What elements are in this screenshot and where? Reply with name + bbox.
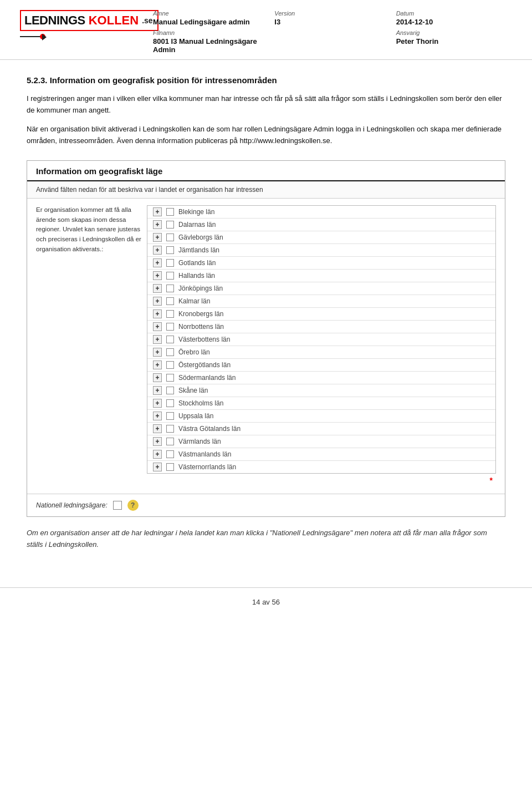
form-container: Information om geografiskt läge Använd f… xyxy=(27,160,505,517)
logo-text-kollen: KOLLEN xyxy=(89,13,139,28)
expand-button[interactable]: + xyxy=(153,399,162,408)
paragraph-1: I registreringen anger man i vilken elle… xyxy=(27,93,505,116)
form-subheader: Använd fälten nedan för att beskriva var… xyxy=(27,181,505,199)
logo-arrow xyxy=(20,33,48,40)
county-checkbox[interactable] xyxy=(166,450,174,458)
form-subheader-text: Använd fälten nedan för att beskriva var… xyxy=(36,186,263,194)
county-checkbox[interactable] xyxy=(166,425,174,433)
county-name: Södermanlands län xyxy=(178,374,236,382)
list-item: +Jönköpings län xyxy=(147,282,495,295)
help-icon[interactable]: ? xyxy=(127,500,139,511)
expand-button[interactable]: + xyxy=(153,412,162,420)
ansvarig-label: Ansvarig xyxy=(396,29,512,36)
list-item: +Gotlands län xyxy=(147,257,495,270)
datum-label: Datum xyxy=(396,10,512,17)
expand-button[interactable]: + xyxy=(153,309,162,318)
expand-button[interactable]: + xyxy=(153,284,162,293)
page-number: 14 av 56 xyxy=(252,598,280,606)
county-name: Norrbottens län xyxy=(178,323,224,331)
list-item: +Dalarnas län xyxy=(147,219,495,231)
list-item: +Kronobergs län xyxy=(147,308,495,321)
expand-button[interactable]: + xyxy=(153,373,162,382)
county-checkbox[interactable] xyxy=(166,310,174,318)
list-item: +Södermanlands län xyxy=(147,372,495,384)
expand-button[interactable]: + xyxy=(153,322,162,331)
expand-button[interactable]: + xyxy=(153,348,162,357)
list-item: +Jämtlands län xyxy=(147,244,495,257)
logo-arrowhead xyxy=(42,34,47,40)
expand-button[interactable]: + xyxy=(153,361,162,369)
expand-button[interactable]: + xyxy=(153,271,162,280)
expand-button[interactable]: + xyxy=(153,437,162,446)
expand-button[interactable]: + xyxy=(153,386,162,395)
county-name: Västra Götalands län xyxy=(178,425,241,433)
county-name: Kalmar län xyxy=(178,297,210,305)
county-checkbox[interactable] xyxy=(166,259,174,267)
county-checkbox[interactable] xyxy=(166,208,174,216)
form-left-description: Er organisation kommer att få alla ärend… xyxy=(36,205,147,487)
county-name: Gotlands län xyxy=(178,259,216,267)
logo-area: LEDNINGSKOLLEN.se xyxy=(20,10,142,40)
expand-button[interactable]: + xyxy=(153,233,162,242)
county-checkbox[interactable] xyxy=(166,246,174,254)
logo-box: LEDNINGSKOLLEN.se xyxy=(20,10,158,31)
county-name: Hallands län xyxy=(178,272,215,280)
section-number: 5.2.3. xyxy=(27,75,48,85)
list-item: +Västerbottens län xyxy=(147,333,495,346)
manual-title: Manual Ledingsägare admin xyxy=(153,18,269,26)
national-checkbox[interactable] xyxy=(113,501,122,510)
county-checkbox[interactable] xyxy=(166,285,174,292)
list-item: +Norrbottens län xyxy=(147,321,495,333)
county-name: Gävleborgs län xyxy=(178,234,223,241)
list-item: +Hallands län xyxy=(147,270,495,282)
version-value: I3 xyxy=(274,18,390,26)
form-body: Er organisation kommer att få alla ärend… xyxy=(27,199,505,494)
national-label: Nationell ledningsägare: xyxy=(36,501,108,509)
county-checkbox[interactable] xyxy=(166,412,174,420)
list-item: +Skåne län xyxy=(147,384,495,397)
expand-button[interactable]: + xyxy=(153,463,162,471)
county-checkbox[interactable] xyxy=(166,297,174,305)
expand-button[interactable]: + xyxy=(153,207,162,216)
county-checkbox[interactable] xyxy=(166,272,174,280)
county-name: Blekinge län xyxy=(178,208,214,216)
county-checkbox[interactable] xyxy=(166,323,174,331)
county-name: Östergötlands län xyxy=(178,361,231,369)
county-checkbox[interactable] xyxy=(166,348,174,356)
county-checkbox[interactable] xyxy=(166,399,174,407)
county-list: +Blekinge län+Dalarnas län+Gävleborgs lä… xyxy=(147,205,496,474)
county-checkbox[interactable] xyxy=(166,221,174,229)
county-checkbox[interactable] xyxy=(166,361,174,369)
county-name: Uppsala län xyxy=(178,412,213,420)
county-name: Västmanlands län xyxy=(178,450,231,458)
expand-button[interactable]: + xyxy=(153,246,162,255)
required-star: * xyxy=(147,474,496,487)
form-right: +Blekinge län+Dalarnas län+Gävleborgs lä… xyxy=(147,205,496,487)
expand-button[interactable]: + xyxy=(153,220,162,229)
form-header: Information om geografiskt läge xyxy=(27,161,505,181)
list-item: +Uppsala län xyxy=(147,410,495,423)
list-item: +Västernorrlands län xyxy=(147,461,495,473)
county-name: Skåne län xyxy=(178,387,208,394)
form-footer: Nationell ledningsägare: ? xyxy=(27,494,505,516)
main-content: 5.2.3. Information om geografisk positio… xyxy=(0,60,532,576)
expand-button[interactable]: + xyxy=(153,424,162,433)
county-name: Jönköpings län xyxy=(178,285,223,292)
section-heading: 5.2.3. Information om geografisk positio… xyxy=(27,75,505,85)
datum-value: 2014-12-10 xyxy=(396,18,512,26)
county-name: Västerbottens län xyxy=(178,336,230,343)
list-item: +Blekinge län xyxy=(147,206,495,219)
expand-button[interactable]: + xyxy=(153,450,162,459)
expand-button[interactable]: + xyxy=(153,297,162,306)
expand-button[interactable]: + xyxy=(153,258,162,267)
county-checkbox[interactable] xyxy=(166,438,174,445)
county-checkbox[interactable] xyxy=(166,463,174,471)
county-checkbox[interactable] xyxy=(166,374,174,382)
county-checkbox[interactable] xyxy=(166,387,174,394)
page-footer: 14 av 56 xyxy=(0,587,532,612)
expand-button[interactable]: + xyxy=(153,335,162,344)
county-checkbox[interactable] xyxy=(166,234,174,241)
county-name: Örebro län xyxy=(178,348,210,356)
ansvarig-value: Peter Thorin xyxy=(396,37,512,54)
county-checkbox[interactable] xyxy=(166,336,174,343)
